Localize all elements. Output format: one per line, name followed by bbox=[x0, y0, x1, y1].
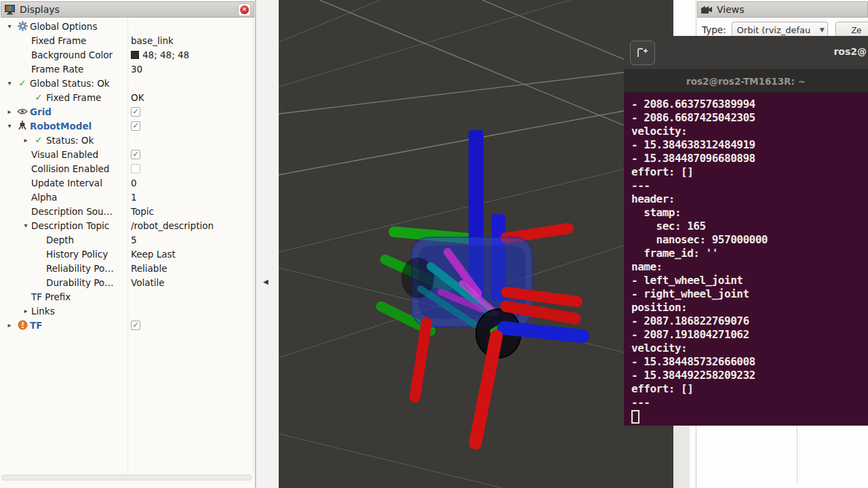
terminal-line: velocity: bbox=[631, 342, 868, 355]
views-list-divider bbox=[797, 426, 797, 484]
property-value-cell[interactable]: Volatile bbox=[127, 277, 255, 288]
expand-arrow-icon[interactable]: ▾ bbox=[4, 22, 15, 30]
new-tab-icon bbox=[637, 47, 649, 58]
property-value-cell[interactable]: OK bbox=[127, 92, 255, 103]
property-label-cell: Collision Enabled bbox=[0, 163, 127, 174]
property-name: Visual Enabled bbox=[31, 149, 98, 160]
property-value[interactable]: Reliable bbox=[131, 263, 167, 274]
terminal-line: - left_wheel_joint bbox=[631, 274, 868, 287]
property-name: Grid bbox=[30, 106, 52, 117]
expand-arrow-icon[interactable]: ▾ bbox=[4, 79, 15, 87]
property-value-cell[interactable]: ✓ bbox=[127, 107, 255, 117]
views-panel-header[interactable]: Views bbox=[697, 1, 868, 18]
terminal-line: --- bbox=[631, 179, 868, 192]
property-value-cell[interactable] bbox=[127, 164, 255, 174]
displays-panel-header[interactable]: Displays ✕ bbox=[1, 1, 254, 18]
terminal-line: --- bbox=[631, 396, 868, 409]
expand-arrow-icon[interactable]: ▾ bbox=[20, 222, 31, 229]
property-value-cell[interactable]: /robot_description bbox=[127, 220, 255, 231]
terminal-line: nanosec: 957000000 bbox=[631, 233, 868, 247]
property-name: Fixed Frame bbox=[31, 35, 86, 46]
property-name: Description Topic bbox=[31, 220, 109, 231]
property-value-cell[interactable]: ✓ bbox=[127, 121, 255, 131]
property-label-cell: ▾Description Topic bbox=[0, 220, 127, 231]
property-label-cell: Fixed Frame bbox=[0, 35, 127, 46]
property-value[interactable]: 0 bbox=[131, 178, 137, 188]
robot-model bbox=[381, 130, 583, 443]
property-value[interactable]: Topic bbox=[131, 206, 154, 217]
property-name: Global Options bbox=[30, 21, 97, 32]
terminal-line: position: bbox=[631, 301, 868, 314]
3d-viewport[interactable] bbox=[279, 0, 673, 488]
property-value[interactable]: base_link bbox=[131, 35, 174, 46]
property-value[interactable]: 5 bbox=[131, 235, 137, 245]
checkbox-checked[interactable]: ✓ bbox=[131, 321, 140, 330]
terminal-line: - 15.384492258209232 bbox=[631, 369, 868, 382]
checkbox-checked[interactable]: ✓ bbox=[131, 121, 140, 131]
property-name: Collision Enabled bbox=[31, 163, 109, 174]
terminal-window-title: ros2@ bbox=[833, 46, 867, 57]
property-value-cell[interactable]: Keep Last bbox=[127, 249, 255, 260]
property-value-cell[interactable]: ✓ bbox=[127, 150, 255, 159]
property-value[interactable]: 48; 48; 48 bbox=[142, 49, 189, 60]
property-name: Background Color bbox=[31, 49, 113, 60]
property-name: History Policy bbox=[46, 249, 108, 260]
property-label-cell: TF Prefix bbox=[0, 291, 127, 302]
property-icon bbox=[15, 108, 30, 115]
terminal-line: effort: [] bbox=[631, 382, 868, 396]
column-divider-right bbox=[253, 19, 254, 473]
terminal-titlebar[interactable]: ros2@ bbox=[624, 36, 868, 70]
property-value-cell[interactable]: Reliable bbox=[127, 263, 255, 274]
views-icon bbox=[701, 5, 713, 14]
displays-horizontal-scrollbar[interactable] bbox=[1, 474, 252, 481]
collapse-arrow-icon[interactable]: ▸ bbox=[20, 136, 31, 144]
view-type-value: Orbit (rviz_defau bbox=[737, 25, 820, 35]
property-value[interactable]: 1 bbox=[131, 192, 137, 203]
terminal-line: - right_wheel_joint bbox=[631, 287, 868, 301]
property-value[interactable]: Keep Last bbox=[131, 249, 176, 260]
collapse-arrow-icon[interactable]: ▸ bbox=[4, 108, 15, 115]
panel-splitter[interactable]: ◀ bbox=[256, 0, 279, 488]
3d-scene bbox=[279, 0, 673, 488]
property-value-cell[interactable]: Topic bbox=[127, 206, 255, 217]
property-value[interactable]: Volatile bbox=[131, 277, 165, 288]
collapse-arrow-icon[interactable]: ▸ bbox=[4, 321, 15, 329]
collapse-arrow-icon[interactable]: ▸ bbox=[20, 307, 31, 314]
terminal-tabbar[interactable]: ros2@ros2-TM1613R: ~ bbox=[624, 70, 868, 93]
terminal-output[interactable]: - 2086.6637576389994- 2086.6687425042305… bbox=[624, 93, 868, 426]
property-value-cell[interactable]: 1 bbox=[127, 192, 255, 203]
checkbox-checked[interactable]: ✓ bbox=[131, 107, 140, 117]
property-label-cell: Alpha bbox=[0, 192, 127, 203]
views-scrollbar[interactable] bbox=[673, 426, 690, 488]
property-icon: ✓ bbox=[15, 78, 30, 88]
column-divider[interactable] bbox=[127, 19, 128, 473]
color-swatch[interactable] bbox=[131, 51, 139, 59]
expand-arrow-icon[interactable]: ▾ bbox=[4, 122, 15, 129]
checkbox-checked[interactable]: ✓ bbox=[131, 150, 140, 159]
property-label-cell: ▸Links bbox=[0, 306, 127, 317]
checkbox-unchecked[interactable] bbox=[131, 164, 140, 174]
property-value-cell[interactable]: base_link bbox=[127, 35, 255, 46]
property-name: Links bbox=[31, 306, 55, 317]
new-tab-button[interactable] bbox=[630, 41, 655, 65]
property-label-cell: ▾RobotModel bbox=[0, 121, 127, 131]
property-value[interactable]: 30 bbox=[131, 64, 142, 75]
property-name: Update Interval bbox=[31, 178, 102, 188]
property-value[interactable]: OK bbox=[131, 92, 144, 103]
tf-axis-x-red bbox=[415, 323, 427, 397]
property-icon: ✓ bbox=[31, 92, 46, 102]
collapse-panel-icon[interactable]: ◀ bbox=[263, 278, 269, 285]
property-name: Status: Ok bbox=[46, 135, 94, 146]
property-value-cell[interactable]: 30 bbox=[127, 64, 255, 75]
property-value-cell[interactable]: 48; 48; 48 bbox=[127, 49, 255, 60]
property-value[interactable]: /robot_description bbox=[131, 220, 214, 231]
property-icon: ✓ bbox=[31, 135, 46, 145]
property-label-cell: Frame Rate bbox=[0, 64, 127, 75]
property-value-cell[interactable]: 5 bbox=[127, 235, 255, 245]
property-name: Depth bbox=[46, 235, 74, 245]
displays-close-button[interactable]: ✕ bbox=[238, 3, 251, 16]
property-value-cell[interactable]: ✓ bbox=[127, 321, 255, 330]
property-value-cell[interactable]: 0 bbox=[127, 178, 255, 188]
property-label-cell: ▸TF bbox=[0, 320, 127, 331]
terminal-line: - 15.384487096680898 bbox=[631, 152, 868, 165]
